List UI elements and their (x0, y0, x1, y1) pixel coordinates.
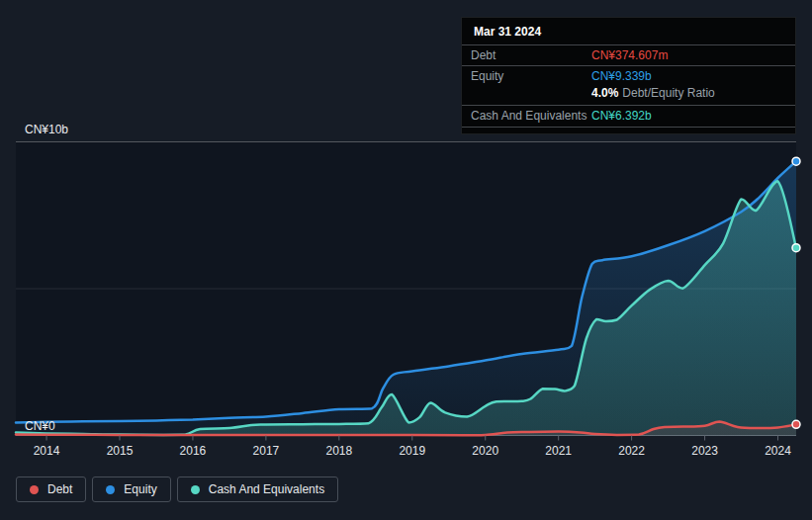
y-axis-zero-label: CN¥0 (25, 419, 55, 433)
tooltip-debt-value: CN¥374.607m (591, 48, 783, 62)
x-axis-label-2022: 2022 (618, 444, 645, 458)
tooltip-panel: Mar 31 2024 Debt CN¥374.607m Equity CN¥9… (461, 17, 796, 134)
legend-item-debt[interactable]: Debt (16, 477, 86, 502)
legend-item-equity[interactable]: Equity (92, 477, 170, 502)
chart-legend: Debt Equity Cash And Equivalents (16, 477, 338, 502)
x-axis-label-2017: 2017 (253, 444, 280, 458)
tooltip-debt-label: Debt (471, 48, 591, 62)
x-axis-label-2015: 2015 (107, 444, 134, 458)
tooltip-ratio-value: 4.0% (591, 86, 618, 100)
x-axis-label-2019: 2019 (399, 444, 425, 458)
tooltip-ratio-row: 4.0%Debt/Equity Ratio (462, 86, 795, 105)
tooltip-cash-value: CN¥6.392b (591, 109, 783, 123)
tooltip-bottom-divider (462, 127, 795, 128)
tooltip-equity-row: Equity CN¥9.339b (462, 65, 795, 86)
debt-equity-history-page: CN¥10b CN¥0 2014201520162017201820192020… (0, 0, 812, 520)
x-axis-label-2016: 2016 (180, 444, 207, 458)
x-axis-label-2014: 2014 (34, 444, 60, 458)
tooltip-equity-value: CN¥9.339b (591, 69, 783, 83)
cash-legend-dot-icon (191, 485, 200, 494)
x-axis-label-2024: 2024 (765, 444, 791, 458)
legend-item-cash[interactable]: Cash And Equivalents (177, 477, 338, 502)
legend-cash-label: Cash And Equivalents (209, 482, 324, 496)
tooltip-debt-row: Debt CN¥374.607m (462, 44, 795, 65)
tooltip-date: Mar 31 2024 (462, 18, 795, 44)
legend-equity-label: Equity (124, 482, 156, 496)
x-axis-label-2021: 2021 (545, 444, 572, 458)
x-axis-label-2020: 2020 (472, 444, 498, 458)
debt-legend-dot-icon (30, 485, 39, 494)
tooltip-cash-label: Cash And Equivalents (471, 109, 591, 123)
x-axis-label-2023: 2023 (691, 444, 718, 458)
tooltip-cash-row: Cash And Equivalents CN¥6.392b (462, 105, 795, 126)
equity-legend-dot-icon (106, 485, 115, 494)
x-axis-label-2018: 2018 (325, 444, 352, 458)
tooltip-ratio-label: Debt/Equity Ratio (622, 86, 714, 100)
y-axis-max-label: CN¥10b (25, 123, 68, 136)
tooltip-equity-label: Equity (471, 69, 591, 83)
legend-debt-label: Debt (47, 482, 72, 496)
